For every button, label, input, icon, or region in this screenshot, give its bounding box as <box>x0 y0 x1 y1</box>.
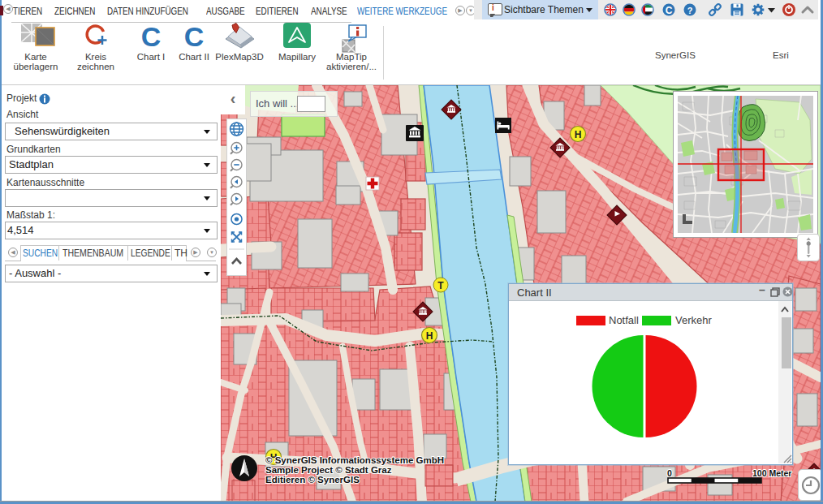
svg-text:© SynerGIS Informationssysteme: © SynerGIS Informationssysteme GmbH <box>265 455 444 465</box>
svg-text:C: C <box>666 5 673 16</box>
svg-text:0: 0 <box>667 468 672 478</box>
svg-text:100 Meter: 100 Meter <box>752 468 791 478</box>
svg-text:Editieren © SynerGIS: Editieren © SynerGIS <box>265 475 360 485</box>
svg-text:Sample Project © Stadt Graz: Sample Project © Stadt Graz <box>265 465 392 475</box>
svg-text:?: ? <box>687 6 693 15</box>
svg-text:T: T <box>437 280 444 291</box>
